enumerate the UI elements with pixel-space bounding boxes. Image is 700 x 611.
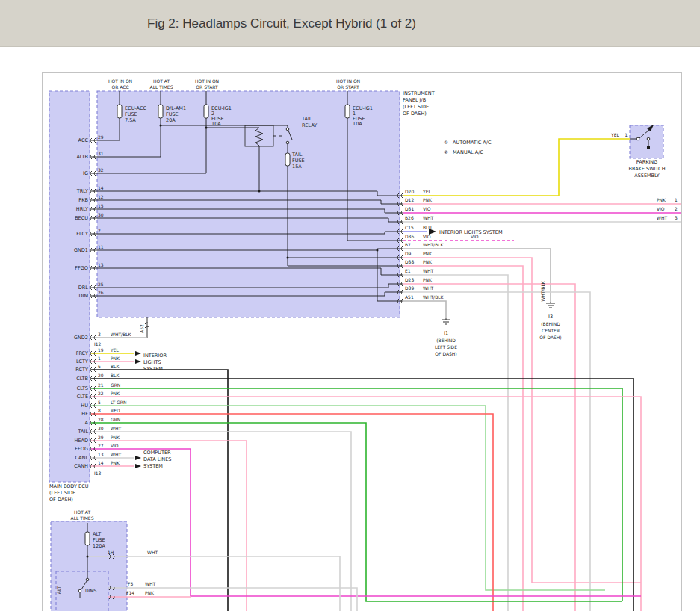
power-label: HOT IN ON (336, 78, 360, 84)
1h-connector-label: 1H (108, 550, 114, 555)
wire-hu-ltgrn (91, 406, 605, 590)
edge-wire-pin: 2 (675, 206, 678, 211)
ecu-pin-num: 29 (98, 134, 104, 140)
ground-loc: CENTER (542, 328, 560, 333)
ecu-pin-num: 29 (98, 435, 104, 440)
interior-lights-label: LIGHTS (143, 359, 161, 365)
ecu-connector-marks (90, 138, 96, 468)
fuse-label: 15A (292, 164, 302, 170)
junction-dot (377, 249, 379, 252)
wire-color-label: WHT (111, 452, 121, 457)
ecu-ig1-1-fuse-symbol (345, 105, 350, 118)
fuse-label: 20A (166, 117, 176, 123)
jb-row-id: D20 (405, 189, 414, 194)
ecu-pin-name: IG (83, 170, 88, 176)
ecu-ig1-2-fuse-symbol (204, 105, 208, 118)
connector-id-i12: I12 (94, 341, 102, 347)
ecu-pin-name: ACC (78, 137, 89, 143)
f5-wire-color: WHT (145, 581, 155, 586)
legend-symbol: ② (444, 149, 448, 155)
f14-wire-color: PNK (145, 590, 155, 595)
jb-row-id: D36 (405, 234, 414, 239)
fuse-label: ECU-ACC (125, 105, 146, 111)
ecu-pin-name: FFGO (75, 265, 88, 271)
interior-arrow-2 (135, 359, 141, 364)
ecu-pin-num: 11 (98, 244, 104, 249)
fuse-label: 10A (353, 121, 362, 127)
ecu-pin-name: DIM (78, 293, 88, 299)
ecu-pin-name: HF (81, 411, 88, 417)
ecu-pin-num: 19 (98, 347, 104, 353)
jb-row-color: YEL (422, 189, 431, 194)
wire-d39-wht (403, 292, 590, 611)
jb-row-color: VIO (423, 234, 431, 239)
ecu-label: OF DASH) (49, 497, 73, 503)
jb-row-color: WHT (423, 268, 433, 273)
edge-wire-color: VIO (657, 206, 665, 211)
ecu-pin-name: FFOG (75, 446, 88, 452)
jb-row-id: D38 (405, 259, 414, 264)
fuse-label: 120A (93, 543, 105, 549)
tail-fuse-symbol (285, 153, 290, 166)
ground-i1-symbol (442, 318, 450, 324)
1h-wire-color: WHT (147, 550, 158, 555)
wire-color-label: WHT (111, 426, 121, 431)
wire-color-label: LT GRN (111, 400, 126, 405)
power-label: HOT AT (153, 78, 170, 84)
wire-color-label: BLK (111, 364, 120, 369)
ground-i3-symbol (546, 302, 555, 308)
relay-contact-top (286, 128, 289, 131)
ecu-pin-num: 5 (98, 400, 101, 405)
fuse-label: FUSE (292, 158, 305, 164)
jb-row-id: E1 (405, 268, 411, 273)
ground-id-i1: I1 (444, 330, 448, 336)
junction-dot (287, 257, 289, 259)
figure-title: Fig 2: Headlamps Circuit, Except Hybrid … (147, 16, 416, 31)
wire-color-label: BLK (111, 373, 120, 378)
ecu-pin-name: LCTY (76, 359, 88, 365)
jb-row-id: B26 (405, 215, 414, 220)
ecu-pin-num: 13 (98, 262, 104, 267)
junction-dot (160, 125, 162, 127)
relay-label: RELAY (302, 122, 317, 128)
junction-dot (205, 127, 208, 129)
wire-color-label: GRN (111, 417, 120, 422)
ecu-pin-name: A (85, 420, 89, 426)
f14-connector-label: F14 (126, 590, 134, 595)
ecu-pin-num: 20 (98, 373, 104, 378)
computer-data-label: COMPUTER (143, 450, 171, 456)
wire-d9-pnk (403, 258, 641, 583)
ground-id-i3: I3 (548, 314, 553, 320)
jb-row-id: C15 (405, 225, 414, 230)
edge-wire-color: PNK (657, 197, 666, 202)
wire-color-label: RED (111, 408, 120, 413)
wire-color-label: GRN (111, 382, 120, 388)
power-label: HOT IN ON (195, 78, 219, 84)
ecu-pin-num: 12 (98, 194, 104, 199)
fuse-label: D/L-AM1 (166, 105, 186, 111)
wire-d38-pnk (403, 266, 523, 611)
wire-color-label: PNK (111, 435, 120, 440)
interior-arrow-1 (135, 351, 141, 356)
ecu-pin-name: CLTS (77, 385, 88, 391)
ecu-pin-name: CLTE (77, 394, 88, 400)
ecu-pin-name: FLCY (76, 231, 88, 237)
ecu-label: (LEFT SIDE (49, 490, 75, 496)
jb-row-id: D12 (405, 197, 414, 202)
dl-am1-fuse-symbol (158, 105, 163, 118)
legend-label: MANUAL A/C (453, 149, 483, 155)
ecu-pin-num: 22 (98, 391, 104, 396)
power-label: HOT AT (74, 509, 90, 515)
jb-row-color: BLU (423, 225, 432, 230)
ecu-pin-name: DRL (78, 285, 89, 291)
ecu-pin-name: GND2 (74, 335, 88, 341)
parking-contact-left (636, 137, 639, 140)
ecu-pin-name: ALTB (76, 154, 88, 160)
ecu-pin-num: 32 (98, 167, 104, 173)
fuse-label: ALT (93, 531, 101, 537)
wire-a-grn (91, 423, 622, 601)
wire-color-label: PNK (111, 356, 120, 361)
wire-color-label: VIO (111, 443, 119, 448)
jb-row-color: PNK (423, 259, 433, 264)
ecu-pin-name: BECU (75, 215, 88, 221)
